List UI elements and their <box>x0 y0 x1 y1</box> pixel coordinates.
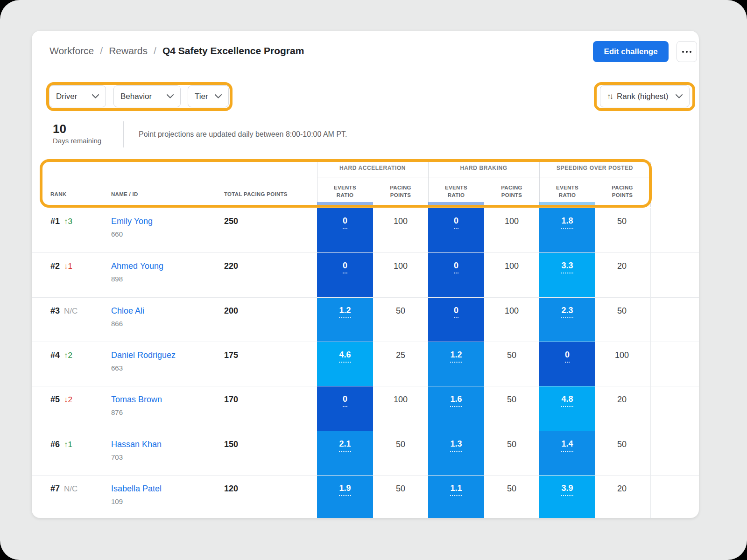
breadcrumb-rewards[interactable]: Rewards <box>109 45 148 56</box>
rank-change-indicator: N/C <box>64 307 78 316</box>
breadcrumb: Workforce / Rewards / Q4 Safety Excellen… <box>49 45 304 56</box>
driver-name-link[interactable]: Emily Yong <box>111 217 153 226</box>
pacing-points-value: 50 <box>373 440 428 449</box>
days-remaining-label: Days remaining <box>53 137 101 145</box>
table-row: #4↑2Daniel Rodriguez6631754.6251.2500100 <box>32 342 699 386</box>
events-ratio-value: 0 <box>454 261 458 273</box>
column-header-rank: RANK <box>50 191 66 197</box>
pacing-points-value: 20 <box>594 261 649 271</box>
pacing-points-value: 50 <box>594 217 649 226</box>
events-ratio-value: 2.3 <box>561 306 573 318</box>
total-pacing-points: 170 <box>224 395 238 405</box>
group-underline <box>317 177 650 177</box>
column-header-name-id: NAME / ID <box>111 191 138 197</box>
events-ratio-cell[interactable]: 0 <box>317 253 373 297</box>
driver-filter-dropdown[interactable]: Driver <box>49 85 106 107</box>
projection-note: Point projections are updated daily betw… <box>139 130 347 139</box>
table-body: #1↑3Emily Yong660250010001001.850#2↓1Ahm… <box>32 208 699 518</box>
driver-id: 109 <box>111 497 123 505</box>
pacing-points-value: 50 <box>484 440 539 449</box>
driver-name-link[interactable]: Chloe Ali <box>111 306 144 316</box>
pacing-points-value: 100 <box>484 306 539 316</box>
rank-cell: #2↓1 <box>50 261 72 271</box>
ellipsis-icon <box>690 51 691 53</box>
column-header-events-ratio: EVENTS RATIO <box>428 184 484 199</box>
pacing-points-value: 20 <box>594 395 649 405</box>
challenge-card: Workforce / Rewards / Q4 Safety Excellen… <box>32 31 699 518</box>
driver-name-link[interactable]: Ahmed Young <box>111 261 163 271</box>
rank-change-indicator: ↑1 <box>64 440 72 449</box>
rank-change-indicator: ↓2 <box>64 395 72 405</box>
days-remaining-value: 10 <box>53 122 101 135</box>
more-options-button[interactable] <box>677 41 697 62</box>
pacing-points-value: 100 <box>484 217 539 226</box>
driver-id: 663 <box>111 364 123 372</box>
events-ratio-value: 1.6 <box>450 394 462 407</box>
breadcrumb-separator: / <box>100 45 103 56</box>
driver-name-link[interactable]: Daniel Rodriguez <box>111 350 176 360</box>
events-ratio-cell[interactable]: 0 <box>317 386 373 430</box>
events-ratio-cell[interactable]: 4.8 <box>539 386 595 430</box>
rank-value: #7 <box>50 484 60 494</box>
column-top-strip <box>428 202 484 208</box>
rank-value: #5 <box>50 395 60 405</box>
driver-id: 660 <box>111 230 123 238</box>
table-row: #3N/CChloe Ali8662001.25001002.350 <box>32 297 699 342</box>
events-ratio-value: 1.4 <box>561 439 573 452</box>
total-pacing-points: 250 <box>224 217 238 226</box>
events-ratio-cell[interactable]: 3.9 <box>539 476 595 518</box>
events-ratio-cell[interactable]: 1.9 <box>317 476 373 518</box>
rank-cell: #1↑3 <box>50 217 72 226</box>
pacing-points-value: 50 <box>484 484 539 494</box>
events-ratio-cell[interactable]: 0 <box>428 298 484 342</box>
events-ratio-cell[interactable]: 0 <box>428 253 484 297</box>
events-ratio-value: 0 <box>343 216 347 229</box>
events-ratio-cell[interactable]: 0 <box>317 208 373 252</box>
breadcrumb-workforce[interactable]: Workforce <box>49 45 94 56</box>
events-ratio-cell[interactable]: 0 <box>428 208 484 252</box>
chevron-down-icon <box>92 94 99 98</box>
events-ratio-cell[interactable]: 0 <box>539 342 595 386</box>
events-ratio-cell[interactable]: 1.2 <box>428 342 484 386</box>
summary-divider <box>123 121 124 147</box>
events-ratio-cell[interactable]: 2.1 <box>317 431 373 475</box>
driver-name-link[interactable]: Isabella Patel <box>111 484 162 494</box>
edit-challenge-button[interactable]: Edit challenge <box>593 41 669 62</box>
tier-filter-label: Tier <box>195 92 208 101</box>
rank-change-indicator: N/C <box>64 484 78 494</box>
group-header-speeding: SPEEDING OVER POSTED <box>539 165 650 171</box>
events-ratio-cell[interactable]: 4.6 <box>317 342 373 386</box>
tier-filter-dropdown[interactable]: Tier <box>188 85 229 107</box>
column-top-strip <box>539 202 595 208</box>
column-header-events-ratio: EVENTS RATIO <box>317 184 373 199</box>
events-ratio-value: 0 <box>343 394 347 407</box>
pacing-points-value: 20 <box>594 484 649 494</box>
events-ratio-cell[interactable]: 2.3 <box>539 298 595 342</box>
events-ratio-cell[interactable]: 1.1 <box>428 476 484 518</box>
header-divider <box>650 162 651 207</box>
events-ratio-value: 1.9 <box>339 483 351 496</box>
ellipsis-icon <box>686 51 688 53</box>
pacing-points-value: 50 <box>484 395 539 405</box>
events-ratio-cell[interactable]: 1.2 <box>317 298 373 342</box>
pacing-points-value: 50 <box>594 306 649 316</box>
events-ratio-cell[interactable]: 1.3 <box>428 431 484 475</box>
driver-filter-label: Driver <box>56 92 77 101</box>
events-ratio-value: 0 <box>565 350 570 363</box>
sort-dropdown[interactable]: ↑↓ Rank (highest) <box>600 85 690 107</box>
total-pacing-points: 175 <box>224 350 238 360</box>
chevron-down-icon <box>676 94 683 98</box>
pacing-points-value: 50 <box>484 350 539 360</box>
events-ratio-cell[interactable]: 1.6 <box>428 386 484 430</box>
driver-name-link[interactable]: Hassan Khan <box>111 440 162 449</box>
behavior-filter-dropdown[interactable]: Behavior <box>113 85 181 107</box>
driver-name-link[interactable]: Tomas Brown <box>111 395 162 405</box>
events-ratio-cell[interactable]: 1.4 <box>539 431 595 475</box>
events-ratio-value: 1.1 <box>450 483 462 496</box>
days-remaining: 10 Days remaining <box>53 122 101 145</box>
rank-cell: #3N/C <box>50 306 78 316</box>
events-ratio-cell[interactable]: 1.8 <box>539 208 595 252</box>
events-ratio-value: 0 <box>454 216 458 229</box>
pacing-points-value: 100 <box>373 261 428 271</box>
events-ratio-cell[interactable]: 3.3 <box>539 253 595 297</box>
